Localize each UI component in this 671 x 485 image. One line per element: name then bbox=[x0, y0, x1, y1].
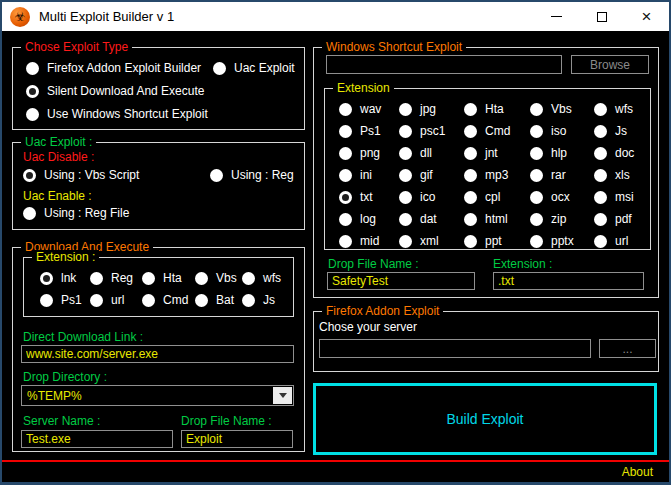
radio-option-Cmd[interactable]: Cmd bbox=[464, 124, 530, 138]
radio-option-cpl[interactable]: cpl bbox=[464, 190, 530, 204]
shortcut-extension-input[interactable] bbox=[493, 272, 644, 290]
radio-unselected-icon[interactable] bbox=[530, 235, 543, 248]
radio-unselected-icon[interactable] bbox=[594, 103, 607, 116]
radio-unselected-icon[interactable] bbox=[530, 213, 543, 226]
shortcut-path-input[interactable] bbox=[326, 55, 562, 74]
radio-unselected-icon[interactable] bbox=[594, 191, 607, 204]
radio-unselected-icon[interactable] bbox=[339, 125, 352, 138]
radio-unselected-icon[interactable] bbox=[142, 272, 155, 285]
radio-option-Js[interactable]: Js bbox=[242, 293, 289, 307]
radio-unselected-icon[interactable] bbox=[594, 169, 607, 182]
close-button[interactable]: × bbox=[624, 2, 669, 31]
dne-drop-file-name-input[interactable] bbox=[181, 430, 293, 448]
radio-selected-icon[interactable] bbox=[40, 272, 53, 285]
radio-unselected-icon[interactable] bbox=[399, 235, 412, 248]
radio-option-ppt[interactable]: ppt bbox=[464, 234, 530, 248]
radio-unselected-icon[interactable] bbox=[530, 103, 543, 116]
radio-unselected-icon[interactable] bbox=[464, 125, 477, 138]
maximize-button[interactable] bbox=[579, 2, 624, 31]
firefox-server-input[interactable] bbox=[319, 339, 591, 358]
radio-selected-icon[interactable] bbox=[26, 85, 39, 98]
radio-unselected-icon[interactable] bbox=[26, 62, 39, 75]
radio-option-Bat[interactable]: Bat bbox=[195, 293, 242, 307]
radio-unselected-icon[interactable] bbox=[339, 213, 352, 226]
radio-unselected-icon[interactable] bbox=[399, 169, 412, 182]
radio-option-zip[interactable]: zip bbox=[530, 212, 594, 226]
radio-option-lnk[interactable]: lnk bbox=[40, 271, 90, 285]
radio-unselected-icon[interactable] bbox=[210, 169, 223, 182]
radio-option-Reg[interactable]: Reg bbox=[90, 271, 142, 285]
radio-unselected-icon[interactable] bbox=[339, 235, 352, 248]
radio-option-xls[interactable]: xls bbox=[594, 168, 646, 182]
radio-unselected-icon[interactable] bbox=[399, 147, 412, 160]
radio-option-psc1[interactable]: psc1 bbox=[399, 124, 464, 138]
radio-unselected-icon[interactable] bbox=[40, 294, 53, 307]
radio-option-dll[interactable]: dll bbox=[399, 146, 464, 160]
radio-unselected-icon[interactable] bbox=[464, 147, 477, 160]
radio-option-url[interactable]: url bbox=[90, 293, 142, 307]
radio-option-txt[interactable]: txt bbox=[339, 190, 399, 204]
radio-option-wfs[interactable]: wfs bbox=[242, 271, 289, 285]
radio-option-dat[interactable]: dat bbox=[399, 212, 464, 226]
radio-unselected-icon[interactable] bbox=[530, 169, 543, 182]
radio-option-pptx[interactable]: pptx bbox=[530, 234, 594, 248]
radio-unselected-icon[interactable] bbox=[399, 191, 412, 204]
radio-unselected-icon[interactable] bbox=[242, 294, 255, 307]
radio-unselected-icon[interactable] bbox=[195, 272, 208, 285]
firefox-browse-button[interactable]: ... bbox=[599, 339, 656, 358]
radio-unselected-icon[interactable] bbox=[464, 235, 477, 248]
radio-unselected-icon[interactable] bbox=[464, 213, 477, 226]
radio-option-Hta[interactable]: Hta bbox=[142, 271, 195, 285]
radio-unselected-icon[interactable] bbox=[464, 191, 477, 204]
radio-unselected-icon[interactable] bbox=[26, 108, 39, 121]
server-name-input[interactable] bbox=[21, 430, 173, 448]
radio-unselected-icon[interactable] bbox=[399, 103, 412, 116]
radio-option-mid[interactable]: mid bbox=[339, 234, 399, 248]
radio-option-Silent Download And Execute[interactable]: Silent Download And Execute bbox=[26, 84, 204, 98]
radio-option-wfs[interactable]: wfs bbox=[594, 102, 646, 116]
radio-option-Vbs[interactable]: Vbs bbox=[530, 102, 594, 116]
radio-unselected-icon[interactable] bbox=[242, 272, 255, 285]
radio-option-ico[interactable]: ico bbox=[399, 190, 464, 204]
radio-option-Hta[interactable]: Hta bbox=[464, 102, 530, 116]
radio-unselected-icon[interactable] bbox=[213, 62, 226, 75]
radio-option-jpg[interactable]: jpg bbox=[399, 102, 464, 116]
radio-option-Cmd[interactable]: Cmd bbox=[142, 293, 195, 307]
radio-unselected-icon[interactable] bbox=[399, 125, 412, 138]
radio-unselected-icon[interactable] bbox=[90, 272, 103, 285]
shortcut-drop-file-name-input[interactable] bbox=[327, 272, 475, 290]
radio-option-doc[interactable]: doc bbox=[594, 146, 646, 160]
drop-directory-combobox[interactable]: %TEMP% bbox=[21, 385, 294, 406]
drop-directory-dropdown-button[interactable] bbox=[273, 387, 292, 404]
radio-option-pdf[interactable]: pdf bbox=[594, 212, 646, 226]
radio-selected-icon[interactable] bbox=[339, 191, 352, 204]
radio-unselected-icon[interactable] bbox=[594, 213, 607, 226]
radio-option-Ps1[interactable]: Ps1 bbox=[339, 124, 399, 138]
radio-option-Use Windows Shortcut Exploit[interactable]: Use Windows Shortcut Exploit bbox=[26, 107, 208, 121]
radio-selected-icon[interactable] bbox=[23, 169, 36, 182]
radio-option-ocx[interactable]: ocx bbox=[530, 190, 594, 204]
radio-option-Using : Reg File[interactable]: Using : Reg File bbox=[23, 206, 129, 220]
radio-option-Firefox Addon Exploit Builder[interactable]: Firefox Addon Exploit Builder bbox=[26, 61, 213, 75]
direct-download-link-input[interactable] bbox=[21, 345, 294, 363]
radio-option-png[interactable]: png bbox=[339, 146, 399, 160]
radio-unselected-icon[interactable] bbox=[23, 207, 36, 220]
radio-unselected-icon[interactable] bbox=[530, 147, 543, 160]
radio-option-hlp[interactable]: hlp bbox=[530, 146, 594, 160]
radio-unselected-icon[interactable] bbox=[339, 103, 352, 116]
radio-unselected-icon[interactable] bbox=[594, 125, 607, 138]
radio-unselected-icon[interactable] bbox=[464, 169, 477, 182]
radio-unselected-icon[interactable] bbox=[399, 213, 412, 226]
radio-option-log[interactable]: log bbox=[339, 212, 399, 226]
radio-option-Using : Vbs Script[interactable]: Using : Vbs Script bbox=[23, 168, 210, 182]
radio-unselected-icon[interactable] bbox=[339, 147, 352, 160]
radio-option-Uac Exploit[interactable]: Uac Exploit bbox=[213, 61, 295, 75]
radio-option-url[interactable]: url bbox=[594, 234, 646, 248]
radio-option-Vbs[interactable]: Vbs bbox=[195, 271, 242, 285]
radio-unselected-icon[interactable] bbox=[530, 125, 543, 138]
radio-unselected-icon[interactable] bbox=[195, 294, 208, 307]
radio-unselected-icon[interactable] bbox=[464, 103, 477, 116]
radio-option-Using : Reg[interactable]: Using : Reg bbox=[210, 168, 294, 182]
radio-option-jnt[interactable]: jnt bbox=[464, 146, 530, 160]
radio-option-msi[interactable]: msi bbox=[594, 190, 646, 204]
